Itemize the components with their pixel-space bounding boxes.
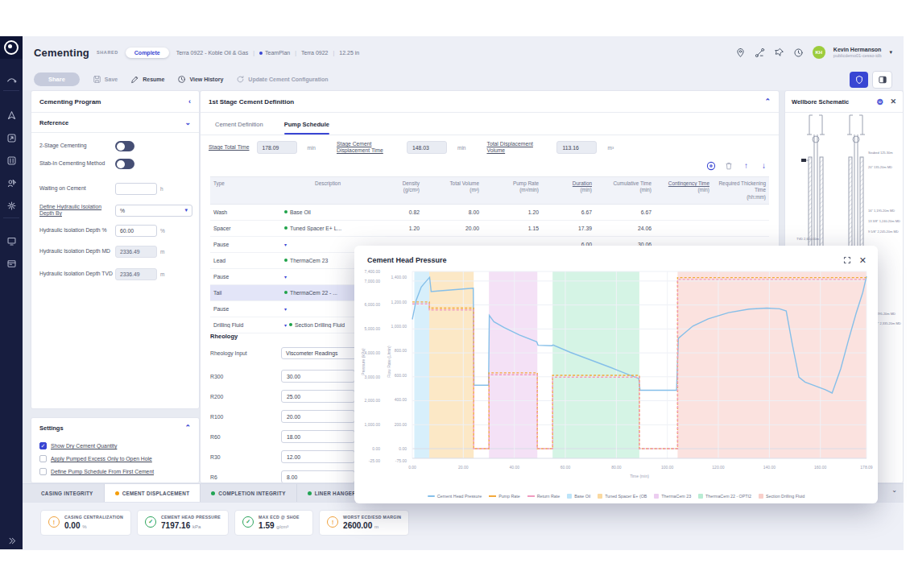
table-row[interactable]: Spacer Tuned Spacer E+ L... 1.2020.001.1…: [210, 221, 769, 237]
svg-text:1,000.00: 1,000.00: [365, 422, 381, 427]
user-subtitle: publicdemo01-cesso-idb: [833, 53, 882, 59]
displacement-volume-value: 113.16: [556, 141, 597, 154]
table-row[interactable]: Wash Base Oil 0.828.001.206.676.67: [210, 205, 769, 221]
move-down-button[interactable]: ↓: [759, 160, 769, 171]
column-header[interactable]: Duration(min): [544, 177, 597, 204]
wellpath-arc-icon[interactable]: [0, 70, 23, 88]
tab-cement-definition[interactable]: Cement Definition: [215, 121, 263, 135]
stage-collapse-icon[interactable]: ⌃: [764, 97, 771, 106]
status-card[interactable]: ✓ MAX ECD @ SHOE 1.59 g/cm³: [234, 510, 313, 536]
breadcrumb: Terra 0922 - Koble Oil & Gas | TeamPlan …: [176, 50, 360, 56]
add-row-button[interactable]: [705, 160, 716, 171]
status-card[interactable]: ✓ CEMENT HEAD PRESSURE 7197.16 kPa: [137, 510, 229, 536]
result-tab[interactable]: CEMENT DISPLACEMENT: [105, 484, 201, 502]
settings-collapse-icon[interactable]: ⌃: [184, 424, 191, 432]
svg-text:1,400.00: 1,400.00: [391, 275, 407, 280]
legend-item[interactable]: Cement Head Pressure: [428, 494, 482, 499]
casing-design-icon[interactable]: [0, 129, 23, 147]
displacement-volume-label[interactable]: Total Displacement Volume: [486, 141, 549, 155]
resume-button[interactable]: Resume: [130, 75, 164, 84]
checkbox-label[interactable]: Define Pump Schedule From First Cement: [51, 469, 154, 474]
operations-icon[interactable]: [0, 174, 23, 192]
status-card[interactable]: ! WORST ECD/ESD MARGIN 2600.00 m: [319, 510, 409, 536]
legend-item[interactable]: Base Oil: [567, 494, 590, 499]
teamplan-link[interactable]: TeamPlan: [259, 50, 290, 56]
stab-in-toggle[interactable]: [115, 159, 134, 169]
row-caret-icon[interactable]: ▾: [284, 322, 287, 328]
modal-close-icon[interactable]: ✕: [859, 255, 867, 266]
legend-item[interactable]: Return Rate: [527, 494, 560, 499]
legend-item[interactable]: Section Drilling Fluid: [759, 494, 805, 499]
app-logo[interactable]: [0, 36, 23, 59]
rail-expand-chevron-icon[interactable]: [0, 532, 23, 549]
legend-item[interactable]: ThermaCem 22 - OPTI2: [698, 494, 751, 499]
checkbox-label[interactable]: Apply Pumped Excess Only to Open Hole: [51, 456, 152, 462]
legend-item[interactable]: ThermaCem 23: [654, 494, 691, 499]
user-caret-icon[interactable]: ▾: [889, 49, 892, 56]
rheology-value-input[interactable]: 8.00: [281, 470, 355, 483]
warning-circle-icon: !: [327, 516, 338, 528]
reference-collapse-icon[interactable]: ⌄: [184, 118, 191, 126]
delete-row-button[interactable]: [723, 160, 734, 171]
checkbox[interactable]: [39, 468, 47, 475]
row-caret-icon[interactable]: ▾: [284, 274, 287, 280]
collapse-panel-icon[interactable]: ‹: [188, 97, 191, 106]
displacement-time-label[interactable]: Stage Cement Displacement Time: [337, 141, 399, 155]
user-avatar[interactable]: KH: [813, 46, 825, 59]
result-tab[interactable]: COMPLETION INTEGRITY: [201, 484, 296, 502]
fluid-description-cell[interactable]: Base Oil: [283, 209, 376, 215]
svg-text:0.00: 0.00: [408, 465, 416, 470]
share-button[interactable]: Share: [34, 72, 80, 86]
settings-rail-icon[interactable]: [0, 197, 23, 214]
status-badge[interactable]: Complete: [126, 48, 169, 58]
legend-item[interactable]: Tuned Spacer E+ (OB: [598, 494, 647, 499]
checkbox[interactable]: [39, 455, 47, 462]
stage-total-time-label[interactable]: Stage Total Time: [209, 144, 250, 151]
save-button[interactable]: Save: [93, 75, 118, 84]
result-tab[interactable]: CASING INTEGRITY: [31, 484, 105, 502]
status-card[interactable]: ! CASING CENTRALIZATION 0.00 %: [40, 510, 131, 536]
assistant-button[interactable]: [850, 72, 868, 88]
cementing-module-icon[interactable]: [0, 151, 23, 169]
reference-section-title: Reference: [39, 119, 68, 126]
rheology-value-input[interactable]: 18.00: [281, 430, 355, 443]
svg-text:0.00: 0.00: [399, 446, 407, 451]
waiting-on-cement-input[interactable]: [115, 183, 157, 195]
panel-collapse-chevron-icon[interactable]: ⌄: [891, 487, 897, 494]
rheology-value-input[interactable]: 30.00: [281, 370, 355, 383]
user-menu[interactable]: Kevin Hermanson publicdemo01-cesso-idb: [833, 47, 882, 59]
two-stage-toggle[interactable]: [115, 141, 134, 151]
column-header[interactable]: Contingency Time(min): [656, 177, 714, 204]
rheology-value-input[interactable]: 20.00: [281, 410, 355, 423]
panel-toggle-button[interactable]: [872, 71, 892, 89]
share-route-icon[interactable]: [755, 47, 766, 58]
location-icon[interactable]: [735, 47, 747, 58]
rheology-value-input[interactable]: 25.00: [281, 390, 355, 403]
rheology-value-input[interactable]: 12.00: [281, 450, 355, 463]
checkbox-label[interactable]: Show Dry Cement Quantity: [51, 443, 117, 449]
legend-item[interactable]: Pump Rate: [489, 494, 520, 499]
reports-icon[interactable]: [0, 255, 23, 272]
row-caret-icon[interactable]: ▾: [284, 306, 287, 312]
update-cement-config-button[interactable]: Update Cement Configuration: [236, 75, 328, 84]
svg-text:Time (min): Time (min): [630, 474, 649, 478]
view-history-button[interactable]: View History: [177, 75, 223, 84]
trajectory-icon[interactable]: [0, 106, 23, 124]
schematic-settings-gear-icon[interactable]: ⚙: [876, 97, 883, 106]
tab-pump-schedule[interactable]: Pump Schedule: [284, 121, 329, 135]
move-up-button[interactable]: ↑: [741, 160, 751, 171]
svg-text:7,000.00: 7,000.00: [365, 279, 381, 284]
fluid-description-cell[interactable]: Tuned Spacer E+ L...: [283, 226, 376, 231]
stage-summary: Stage Total Time 178.09 min Stage Cement…: [209, 141, 614, 155]
row-caret-icon[interactable]: ▾: [284, 242, 287, 247]
tab-status-dot-icon: [115, 491, 119, 495]
checkbox[interactable]: ✓: [39, 442, 47, 449]
isolation-pct-input[interactable]: 60.00: [115, 225, 157, 237]
define-isolation-select[interactable]: %▾: [115, 205, 192, 217]
monitor-icon[interactable]: [0, 232, 23, 250]
schematic-close-icon[interactable]: ✕: [890, 97, 896, 106]
rheology-title: Rheology: [210, 333, 238, 340]
pin-icon[interactable]: [774, 47, 785, 58]
history-icon[interactable]: [793, 47, 805, 58]
value-cell: 6.67: [597, 209, 656, 215]
